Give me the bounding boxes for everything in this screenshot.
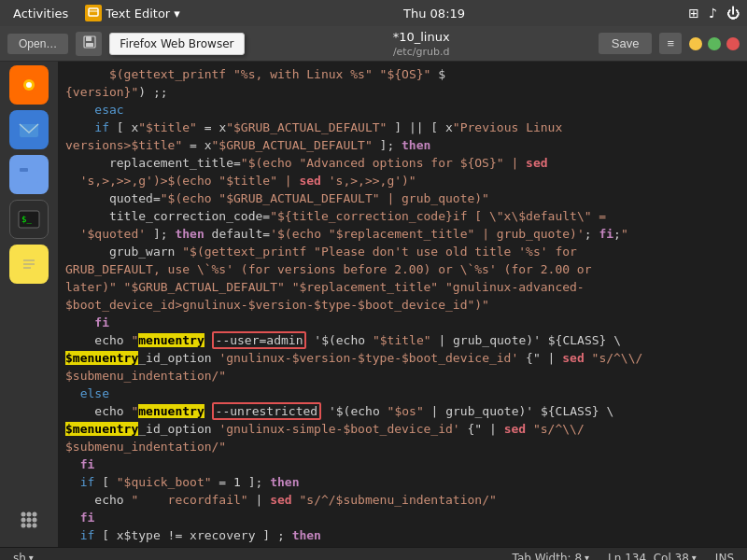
app-dock: $_ [0, 62, 58, 547]
tab-width-selector[interactable]: Tab Width: 8 [507, 552, 596, 561]
app-name-label: Text Editor [106, 7, 170, 21]
code-line: '$quoted' ]; then default='$(echo "$repl… [58, 225, 747, 243]
topbar-clock: Thu 08:19 [191, 7, 678, 21]
code-line: echo " recordfail" | sed "s/^/$submenu_i… [58, 491, 747, 509]
svg-point-24 [27, 524, 32, 528]
topbar-right-icons: ⊞ ♪ ⏻ [688, 6, 740, 21]
code-line: if [ x"$title" = x"$GRUB_ACTUAL_DEFAULT"… [58, 119, 747, 136]
svg-point-21 [27, 518, 32, 523]
network-icon[interactable]: ⊞ [688, 6, 699, 21]
code-line: fi [58, 314, 747, 331]
close-button[interactable] [726, 37, 740, 50]
code-line: $menuentry_id_option 'gnulinux-simple-$b… [58, 420, 747, 438]
sidebar-icon-apps[interactable] [9, 500, 49, 539]
code-line: $submenu_indentation/" [58, 438, 747, 455]
code-line: replacement_title="$(echo "Advanced opti… [58, 154, 747, 172]
code-line: echo "menuentry --user=admin '$(echo "$t… [58, 331, 747, 349]
status-bar: sh Tab Width: 8 Ln 134, Col 38 INS [0, 547, 747, 560]
volume-icon[interactable]: ♪ [709, 6, 717, 21]
save-button[interactable]: Save [599, 33, 653, 54]
code-line: fi [58, 455, 747, 473]
sidebar-icon-notes[interactable] [9, 245, 49, 284]
code-line: grub_warn "$(gettext_printf "Please don'… [58, 243, 747, 260]
code-line: else [58, 385, 747, 402]
svg-rect-4 [86, 43, 93, 47]
svg-point-17 [21, 512, 26, 517]
svg-point-18 [27, 512, 32, 517]
code-line: $boot_device_id>gnulinux-$version-$type-… [58, 296, 747, 314]
minimize-button[interactable] [689, 37, 702, 50]
svg-point-19 [33, 512, 37, 517]
svg-text:$_: $_ [21, 215, 32, 224]
svg-rect-10 [20, 168, 28, 172]
svg-point-7 [26, 82, 32, 88]
save-icon-button[interactable] [76, 32, 102, 56]
sidebar-icon-files[interactable] [9, 155, 49, 194]
sidebar-icon-mail[interactable] [9, 110, 49, 149]
sidebar-icon-firefox[interactable] [9, 65, 49, 105]
code-line: esac [58, 101, 747, 119]
svg-rect-3 [86, 36, 92, 41]
code-line: save_default_entry | grub_add_tab [58, 544, 747, 547]
svg-point-22 [33, 518, 37, 523]
code-line: title_correction_code="${title_correctio… [58, 207, 747, 225]
sidebar-icon-terminal[interactable]: $_ [9, 200, 49, 239]
code-line: $submenu_indentation/" [58, 367, 747, 385]
code-line: 's,>,>>,g')>$(echo "$title" | sed 's,>,>… [58, 172, 747, 189]
code-line: fi [58, 509, 747, 526]
insert-mode-indicator: INS [710, 552, 740, 561]
app-title-button[interactable]: Text Editor ▾ [85, 5, 179, 21]
svg-point-20 [21, 518, 26, 523]
svg-rect-9 [20, 170, 38, 183]
code-line: if [ "$quick_boot" = 1 ]; then [58, 473, 747, 491]
code-line: later)" "$GRUB_ACTUAL_DEFAULT" "$replace… [58, 278, 747, 296]
svg-point-23 [21, 524, 26, 528]
svg-rect-13 [21, 255, 37, 275]
editor-container: $_ $(gettext_printf "%s, with Linux %s" … [0, 62, 747, 547]
app-icon [85, 5, 102, 21]
top-bar: Activities Text Editor ▾ Thu 08:19 ⊞ ♪ ⏻ [0, 0, 747, 26]
title-bar: Open… Firefox Web Browser *10_linux /etc… [0, 26, 747, 62]
file-tab[interactable]: *10_linux /etc/grub.d [252, 30, 591, 58]
code-line: versions>$title" = x"$GRUB_ACTUAL_DEFAUL… [58, 136, 747, 154]
power-icon[interactable]: ⏻ [726, 6, 740, 21]
code-line: echo "menuentry --unrestricted '$(echo "… [58, 402, 747, 420]
code-line: $menuentry_id_option 'gnulinux-$version-… [58, 349, 747, 367]
code-line: if [ x$type != xrecovery ] ; then [58, 526, 747, 544]
firefox-tooltip: Firefox Web Browser [109, 33, 244, 55]
editor-content[interactable]: $(gettext_printf "%s, with Linux %s" "${… [58, 62, 747, 547]
hamburger-menu-button[interactable]: ≡ [659, 33, 682, 54]
open-button[interactable]: Open… [7, 34, 68, 54]
code-line: quoted="$(echo "$GRUB_ACTUAL_DEFAULT" | … [58, 189, 747, 207]
app-menu-arrow: ▾ [174, 7, 180, 21]
svg-point-25 [33, 524, 37, 528]
maximize-button[interactable] [708, 37, 721, 50]
position-indicator[interactable]: Ln 134, Col 38 [602, 552, 702, 561]
language-selector[interactable]: sh [7, 552, 39, 561]
activities-button[interactable]: Activities [7, 5, 74, 22]
window-controls [689, 37, 740, 50]
code-line: {version}") ;; [58, 83, 747, 101]
code-line: $(gettext_printf "%s, with Linux %s" "${… [58, 65, 747, 83]
svg-rect-0 [89, 8, 98, 16]
code-line: GRUB_DEFAULT, use \`%s' (for versions be… [58, 260, 747, 278]
